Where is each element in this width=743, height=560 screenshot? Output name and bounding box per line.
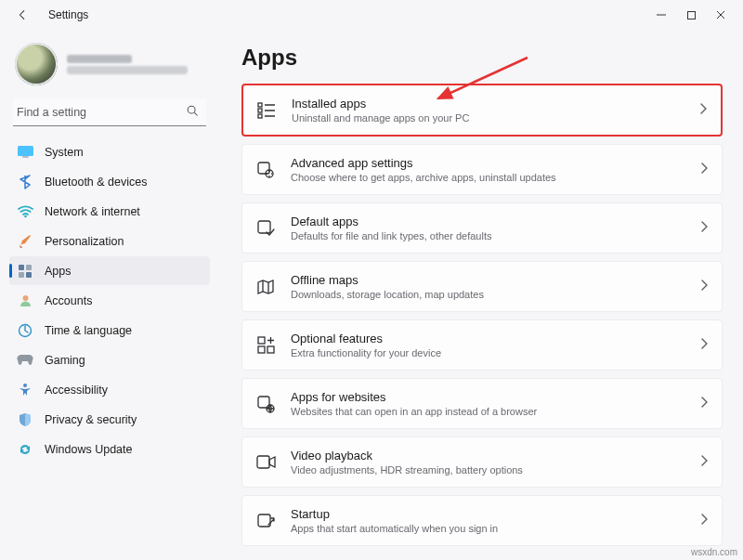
card-apps-websites[interactable]: Apps for websites Websites that can open…: [241, 378, 723, 429]
video-icon: [255, 452, 276, 473]
sidebar-item-label: Privacy & security: [45, 413, 137, 426]
card-title: Video playback: [291, 449, 685, 462]
chevron-right-icon: [700, 337, 709, 353]
bluetooth-icon: [17, 174, 33, 190]
card-title: Installed apps: [292, 97, 684, 111]
startup-icon: [255, 511, 276, 531]
list-icon: [256, 100, 277, 121]
accessibility-icon: [17, 382, 33, 398]
sidebar-item-time[interactable]: Time & language: [9, 316, 210, 345]
chevron-right-icon: [700, 454, 709, 470]
profile-block[interactable]: [9, 35, 210, 98]
card-title: Advanced app settings: [291, 156, 685, 170]
card-subtitle: Uninstall and manage apps on your PC: [292, 112, 684, 124]
card-title: Startup: [291, 507, 685, 521]
svg-rect-12: [258, 103, 262, 107]
card-title: Optional features: [291, 332, 685, 345]
chevron-right-icon: [700, 279, 709, 294]
close-button[interactable]: [706, 0, 736, 30]
sidebar-item-label: Accounts: [45, 294, 92, 307]
search-icon: [186, 104, 199, 120]
sidebar-item-label: Time & language: [45, 324, 132, 337]
card-subtitle: Extra functionality for your device: [291, 347, 685, 358]
svg-rect-7: [19, 272, 24, 278]
person-icon: [17, 293, 33, 309]
sidebar-item-label: Apps: [45, 265, 72, 278]
card-subtitle: Video adjustments, HDR streaming, batter…: [291, 464, 685, 475]
svg-rect-17: [258, 221, 270, 233]
watermark: wsxdn.com: [691, 547, 737, 557]
sidebar-item-label: Gaming: [45, 354, 85, 367]
svg-rect-5: [19, 265, 24, 270]
sidebar-item-label: Windows Update: [45, 443, 133, 456]
sidebar-item-label: Network & internet: [45, 205, 140, 218]
page-title: Apps: [241, 45, 723, 71]
card-title: Offline maps: [291, 273, 685, 287]
svg-rect-6: [26, 265, 32, 270]
svg-point-4: [24, 215, 27, 217]
sidebar-item-label: Bluetooth & devices: [45, 176, 148, 189]
sidebar-item-personalization[interactable]: Personalization: [9, 227, 210, 255]
card-optional-features[interactable]: Optional features Extra functionality fo…: [241, 319, 723, 371]
sidebar-item-accounts[interactable]: Accounts: [9, 286, 210, 315]
profile-text: [67, 52, 188, 77]
svg-point-9: [22, 295, 28, 301]
search-placeholder: Find a setting: [17, 106, 86, 119]
gamepad-icon: [17, 352, 33, 369]
chevron-right-icon: [700, 513, 709, 528]
svg-rect-15: [258, 163, 269, 174]
sidebar: Find a setting System Bluetooth & device…: [0, 30, 215, 560]
card-advanced-settings[interactable]: Advanced app settings Choose where to ge…: [241, 144, 723, 195]
svg-rect-8: [26, 272, 32, 278]
card-installed-apps[interactable]: Installed apps Uninstall and manage apps…: [241, 84, 723, 137]
wifi-icon: [17, 203, 33, 220]
search-input[interactable]: Find a setting: [13, 98, 206, 126]
card-offline-maps[interactable]: Offline maps Downloads, storage location…: [241, 261, 723, 312]
chevron-right-icon: [700, 162, 709, 177]
apps-icon: [17, 263, 33, 280]
card-title: Apps for websites: [291, 390, 685, 404]
sidebar-item-accessibility[interactable]: Accessibility: [9, 375, 210, 404]
sidebar-item-label: Personalization: [45, 235, 124, 248]
svg-rect-3: [22, 156, 29, 158]
window-title: Settings: [48, 8, 88, 21]
sidebar-item-label: Accessibility: [45, 384, 108, 397]
avatar: [15, 43, 58, 85]
sidebar-item-bluetooth[interactable]: Bluetooth & devices: [9, 167, 210, 196]
svg-rect-19: [258, 346, 265, 353]
chevron-right-icon: [700, 396, 709, 411]
main-panel: Apps Installed apps Uninstall and manage…: [215, 30, 743, 560]
card-subtitle: Choose where to get apps, archive apps, …: [291, 172, 685, 183]
card-video-playback[interactable]: Video playback Video adjustments, HDR st…: [241, 436, 723, 488]
card-default-apps[interactable]: Default apps Defaults for file and link …: [241, 202, 723, 254]
card-subtitle: Downloads, storage location, map updates: [291, 289, 685, 300]
back-button[interactable]: [7, 0, 37, 30]
svg-rect-0: [687, 11, 695, 19]
card-subtitle: Websites that can open in an app instead…: [291, 406, 685, 417]
sidebar-item-label: System: [45, 146, 84, 159]
svg-rect-23: [257, 456, 269, 468]
update-icon: [17, 441, 33, 458]
svg-point-1: [188, 106, 195, 113]
chevron-right-icon: [700, 220, 709, 236]
app-gear-icon: [255, 160, 276, 180]
sidebar-item-system[interactable]: System: [9, 137, 210, 166]
sidebar-item-update[interactable]: Windows Update: [9, 435, 210, 463]
maximize-button[interactable]: [676, 0, 706, 30]
card-startup[interactable]: Startup Apps that start automatically wh…: [241, 495, 723, 546]
svg-rect-2: [18, 146, 33, 156]
clock-globe-icon: [17, 322, 33, 339]
titlebar: Settings: [0, 0, 743, 30]
sidebar-item-privacy[interactable]: Privacy & security: [9, 405, 210, 434]
card-subtitle: Apps that start automatically when you s…: [291, 523, 685, 534]
sidebar-item-network[interactable]: Network & internet: [9, 197, 210, 226]
sidebar-item-apps[interactable]: Apps: [9, 256, 210, 285]
minimize-button[interactable]: [646, 0, 676, 30]
map-icon: [255, 277, 276, 297]
card-title: Default apps: [291, 215, 685, 228]
svg-rect-18: [258, 337, 265, 344]
sidebar-item-gaming[interactable]: Gaming: [9, 345, 210, 374]
svg-rect-20: [267, 346, 274, 353]
system-icon: [17, 144, 33, 161]
grid-plus-icon: [255, 335, 276, 356]
